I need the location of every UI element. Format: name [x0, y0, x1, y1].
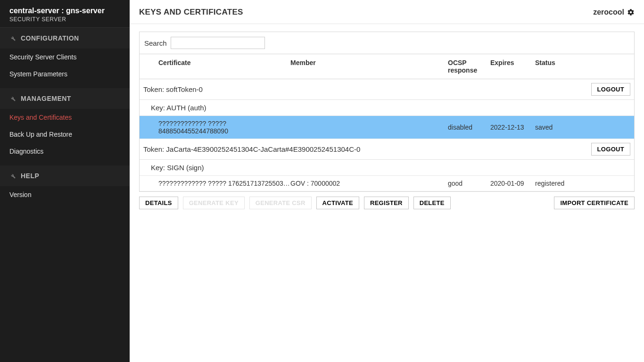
details-button[interactable]: DETAILS [139, 197, 178, 209]
sidebar-header: central-server : gns-server SECURITY SER… [0, 0, 130, 28]
sidebar-subitems-configuration: Security Server Clients System Parameter… [0, 49, 130, 88]
sidebar-subitems-management: Keys and Certificates Back Up and Restor… [0, 109, 130, 165]
cert-name: ????????????? ????? 8488504455244788090 [140, 120, 290, 135]
token-label: Token: softToken-0 [140, 85, 587, 93]
register-button[interactable]: REGISTER [364, 197, 409, 209]
search-label: Search [144, 39, 167, 47]
col-action [587, 59, 634, 74]
key-label: Key: SIGN (sign) [140, 164, 634, 172]
col-member: Member [290, 59, 448, 74]
right-buttons: IMPORT CERTIFICATE [554, 197, 635, 209]
key-row[interactable]: Key: AUTH (auth) [140, 100, 634, 116]
cert-grid: Certificate Member OCSP response Expires… [139, 54, 635, 192]
sidebar-item-back-up-and-restore[interactable]: Back Up and Restore [0, 126, 130, 143]
cert-ocsp: disabled [448, 123, 490, 131]
cert-row[interactable]: ????????????? ????? 17625171372550382...… [140, 176, 634, 191]
left-buttons: DETAILS GENERATE KEY GENERATE CSR ACTIVA… [139, 197, 454, 209]
delete-button[interactable]: DELETE [413, 197, 451, 209]
sidebar-subitems-help: Version [0, 186, 130, 209]
col-expires: Expires [490, 59, 535, 74]
section-label: MANAGEMENT [21, 95, 71, 102]
wrench-icon [9, 173, 16, 179]
token-label: Token: JaCarta-4E3900252451304C-JaCarta#… [140, 145, 587, 153]
grid-body: Token: softToken-0LOGOUTKey: AUTH (auth)… [140, 79, 634, 191]
logout-button[interactable]: LOGOUT [591, 143, 630, 156]
action-bar: DETAILS GENERATE KEY GENERATE CSR ACTIVA… [139, 197, 635, 209]
token-row[interactable]: Token: softToken-0LOGOUT [140, 79, 634, 100]
cert-name: ????????????? ????? 17625171372550382... [140, 180, 290, 187]
cert-row[interactable]: ????????????? ????? 8488504455244788090d… [140, 116, 634, 139]
user-name: zerocool [593, 8, 624, 16]
sidebar-item-diagnostics[interactable]: Diagnostics [0, 143, 130, 160]
sidebar-item-keys-and-certificates[interactable]: Keys and Certificates [0, 109, 130, 126]
col-ocsp: OCSP response [448, 59, 490, 74]
col-certificate: Certificate [140, 59, 290, 74]
cert-expires: 2022-12-13 [490, 123, 535, 131]
key-label: Key: AUTH (auth) [140, 104, 634, 112]
import-certificate-button[interactable]: IMPORT CERTIFICATE [554, 197, 635, 209]
sidebar-section-management[interactable]: MANAGEMENT [0, 88, 130, 109]
page-title: KEYS AND CERTIFICATES [139, 8, 243, 17]
sidebar-item-version[interactable]: Version [0, 186, 130, 203]
cert-member: GOV : 70000002 [290, 180, 448, 187]
col-status: Status [535, 59, 587, 74]
content: Search Certificate Member OCSP response … [130, 24, 644, 217]
user-menu[interactable]: zerocool [593, 8, 635, 16]
sidebar-section-configuration[interactable]: CONFIGURATION [0, 28, 130, 49]
cert-status: saved [535, 123, 587, 131]
wrench-icon [9, 35, 16, 41]
section-label: HELP [21, 172, 39, 180]
generate-key-button[interactable]: GENERATE KEY [183, 197, 245, 209]
token-row[interactable]: Token: JaCarta-4E3900252451304C-JaCarta#… [140, 139, 634, 160]
sidebar: central-server : gns-server SECURITY SER… [0, 0, 130, 362]
key-row[interactable]: Key: SIGN (sign) [140, 160, 634, 176]
generate-csr-button[interactable]: GENERATE CSR [249, 197, 312, 209]
sidebar-section-help[interactable]: HELP [0, 165, 130, 186]
wrench-icon [9, 95, 16, 102]
cert-ocsp: good [448, 180, 490, 187]
token-action: LOGOUT [587, 143, 634, 156]
grid-header: Certificate Member OCSP response Expires… [140, 54, 634, 79]
sidebar-item-system-parameters[interactable]: System Parameters [0, 66, 130, 82]
cert-expires: 2020-01-09 [490, 180, 535, 187]
gear-icon [627, 8, 635, 16]
server-subtitle: SECURITY SERVER [9, 16, 120, 23]
sidebar-item-security-server-clients[interactable]: Security Server Clients [0, 49, 130, 66]
server-title: central-server : gns-server [9, 7, 120, 15]
token-action: LOGOUT [587, 83, 634, 96]
cert-status: registered [535, 180, 587, 187]
main-area: KEYS AND CERTIFICATES zerocool Search Ce… [130, 0, 644, 362]
search-input[interactable] [171, 37, 265, 49]
logout-button[interactable]: LOGOUT [591, 83, 630, 96]
topbar: KEYS AND CERTIFICATES zerocool [130, 0, 644, 24]
section-label: CONFIGURATION [21, 34, 79, 42]
search-bar: Search [139, 32, 635, 54]
activate-button[interactable]: ACTIVATE [316, 197, 359, 209]
